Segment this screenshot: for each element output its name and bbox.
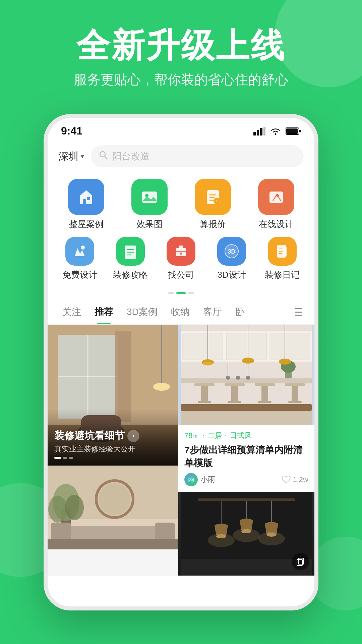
- card-right-footer: 雨 小雨 1.2w: [184, 473, 308, 486]
- card-featured-title: 装修避坑看细节 ›: [54, 429, 172, 443]
- svg-text:+: +: [215, 198, 218, 204]
- copy-icon[interactable]: [292, 553, 309, 570]
- category-item-3d[interactable]: 3D 3D设计: [206, 237, 257, 281]
- card-featured[interactable]: 装修避坑看细节 › 真实业主装修经验大公开: [48, 325, 178, 466]
- svg-point-84: [246, 376, 250, 380]
- category-label-3d: 3D设计: [218, 269, 246, 281]
- category-item-xiaoguo[interactable]: 效果图: [124, 179, 175, 230]
- category-item-mianfei[interactable]: 免费设计: [55, 237, 105, 281]
- tag-size: 78㎡: [184, 431, 200, 441]
- living-scene-image: [48, 466, 178, 549]
- card-dots: [54, 457, 172, 459]
- category-icon-zhaogongsi: [167, 237, 195, 266]
- svg-point-21: [276, 194, 279, 197]
- content-col-right: 78㎡ · 二居 · 日式风 7步做出详细预算清单内附清单模版 雨 小雨: [178, 325, 314, 576]
- card-bottom-left[interactable]: [48, 466, 178, 549]
- svg-rect-42: [115, 331, 131, 422]
- svg-point-47: [153, 383, 170, 391]
- dot-1: [168, 292, 174, 294]
- card-featured-subtitle: 真实业主装修经验大公开: [54, 444, 172, 454]
- svg-rect-67: [194, 383, 215, 386]
- avatar: 雨: [184, 473, 198, 486]
- svg-point-91: [242, 358, 254, 364]
- category-icon-zaixian: [258, 179, 294, 215]
- category-item-zaixian[interactable]: 在线设计: [251, 179, 301, 230]
- svg-rect-34: [284, 247, 287, 256]
- category-item-zhaogongsi[interactable]: 找公司: [156, 237, 206, 281]
- tag-style: 日式风: [230, 431, 252, 441]
- city-selector[interactable]: 深圳 ▾: [58, 150, 84, 163]
- tab-more-icon[interactable]: ☰: [291, 303, 306, 321]
- category-label-gonglue: 装修攻略: [113, 269, 148, 281]
- svg-rect-71: [231, 386, 238, 403]
- svg-point-22: [81, 246, 85, 250]
- author-name: 小雨: [200, 475, 215, 485]
- category-label-xiaoguo: 效果图: [136, 218, 163, 230]
- tab-3d-cases[interactable]: 3D案例: [120, 300, 164, 324]
- svg-line-9: [105, 156, 107, 159]
- card-arrow-icon: ›: [127, 430, 139, 442]
- svg-rect-74: [261, 386, 268, 403]
- card-right-title: 7步做出详细预算清单内附清单模版: [184, 443, 308, 470]
- card-dot-1: [54, 457, 61, 459]
- chevron-down-icon: ▾: [80, 152, 84, 161]
- tag-sep2: ·: [225, 431, 227, 441]
- tab-bedroom[interactable]: 卧: [229, 300, 251, 324]
- content-col-left: 装修避坑看细节 › 真实业主装修经验大公开: [48, 325, 178, 576]
- status-bar: 9:41: [48, 118, 314, 141]
- card-overlay: 装修避坑看细节 › 真实业主装修经验大公开: [48, 422, 178, 466]
- category-item-gonglue[interactable]: 装修攻略: [105, 237, 156, 281]
- category-label-zaixian: 在线设计: [259, 218, 294, 230]
- svg-point-105: [233, 529, 260, 542]
- search-icon: [99, 151, 108, 162]
- svg-text:3D: 3D: [228, 248, 236, 255]
- svg-rect-72: [228, 401, 241, 403]
- svg-rect-2: [260, 128, 262, 136]
- svg-rect-69: [198, 401, 211, 403]
- svg-rect-20: [269, 192, 283, 203]
- battery-icon: [286, 127, 301, 135]
- search-placeholder: 阳台改造: [112, 150, 150, 163]
- card-tags: 78㎡ · 二居 · 日式风: [184, 431, 308, 441]
- svg-point-56: [65, 495, 84, 520]
- svg-rect-75: [258, 401, 272, 403]
- category-section: 整屋案例 效果图: [48, 172, 314, 291]
- svg-rect-10: [83, 199, 86, 204]
- hero-subtitle: 服务更贴心，帮你装的省心住的舒心: [0, 70, 362, 89]
- svg-point-55: [48, 496, 67, 523]
- svg-rect-77: [292, 386, 298, 403]
- category-label-zhengwu: 整屋案例: [69, 218, 104, 230]
- svg-rect-66: [181, 378, 312, 383]
- category-icon-riji: [268, 237, 297, 266]
- tag-sep1: ·: [202, 431, 204, 441]
- tab-recommend[interactable]: 推荐: [88, 300, 120, 324]
- svg-rect-109: [298, 558, 304, 564]
- category-item-suanbao[interactable]: + 算报价: [188, 179, 238, 230]
- category-icon-zhengwu: [68, 179, 104, 215]
- category-item-zhengwu[interactable]: 整屋案例: [61, 179, 111, 230]
- card-dot-3: [69, 457, 73, 459]
- svg-rect-1: [257, 130, 259, 136]
- wifi-icon: [269, 127, 282, 136]
- svg-rect-0: [253, 132, 256, 136]
- tab-living[interactable]: 客厅: [196, 300, 229, 324]
- svg-rect-78: [288, 401, 302, 403]
- hero-title: 全新升级上线: [0, 27, 362, 64]
- svg-rect-64: [226, 333, 266, 360]
- svg-point-30: [180, 253, 182, 255]
- search-box[interactable]: 阳台改造: [91, 145, 304, 167]
- svg-rect-60: [48, 539, 178, 549]
- tab-follow[interactable]: 关注: [56, 300, 88, 324]
- card-right-kitchen[interactable]: [178, 325, 314, 425]
- tab-storage[interactable]: 收纳: [164, 300, 196, 324]
- svg-point-52: [99, 483, 130, 515]
- svg-rect-63: [183, 333, 223, 360]
- category-row-2: 免费设计 装修攻略: [54, 237, 308, 281]
- dot-3: [188, 292, 194, 294]
- svg-point-82: [236, 376, 240, 380]
- dot-2-active: [176, 292, 186, 294]
- card-bottom-right[interactable]: [178, 492, 314, 576]
- category-item-riji[interactable]: 装修日记: [257, 237, 307, 281]
- category-icon-xiaoguo: [131, 179, 168, 215]
- tag-rooms: 二居: [207, 431, 222, 441]
